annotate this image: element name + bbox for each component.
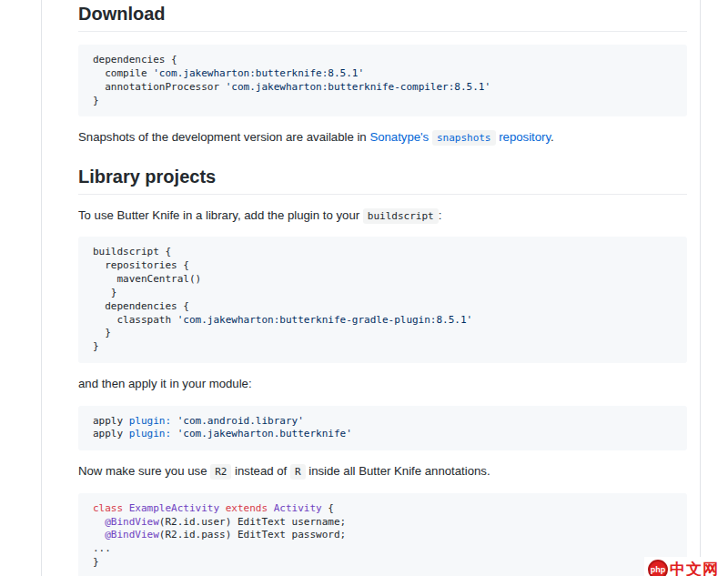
code-line: dependencies { bbox=[93, 54, 672, 67]
code-line: } bbox=[93, 340, 672, 354]
code-line: } bbox=[93, 287, 672, 300]
code-token: } bbox=[93, 340, 99, 352]
inline-code-r: R bbox=[290, 464, 306, 480]
code-block-apply-plugin: apply plugin: 'com.android.library'apply… bbox=[78, 406, 687, 451]
code-line: annotationProcessor 'com.jakewharton:but… bbox=[93, 81, 672, 95]
code-token: classpath bbox=[93, 314, 177, 326]
code-line: compile 'com.jakewharton:butterknife:8.5… bbox=[93, 67, 672, 81]
code-line: } bbox=[93, 95, 672, 108]
code-token: (R2.id.user) EditText username; bbox=[159, 516, 346, 528]
code-token: extends bbox=[219, 502, 274, 514]
code-line: mavenCentral() bbox=[93, 273, 672, 287]
text-segment: : bbox=[439, 208, 442, 222]
code-token: } bbox=[93, 95, 99, 106]
code-line: classpath 'com.jakewharton:butterknife-g… bbox=[93, 314, 672, 328]
code-token: ... bbox=[93, 542, 111, 554]
code-token: mavenCentral() bbox=[93, 273, 201, 285]
code-line: buildscript { bbox=[93, 246, 672, 259]
code-token: ExampleActivity bbox=[129, 502, 219, 514]
inline-code-snapshots[interactable]: snapshots bbox=[432, 130, 496, 146]
code-token bbox=[93, 516, 105, 528]
php-cn-watermark-text: 中文网 bbox=[670, 559, 719, 576]
code-token: @BindView bbox=[105, 529, 159, 541]
code-line: dependencies { bbox=[93, 300, 672, 314]
code-token bbox=[171, 428, 177, 440]
code-token: 'com.android.library' bbox=[177, 415, 304, 427]
paragraph-snapshots: Snapshots of the development version are… bbox=[78, 129, 687, 146]
code-line: @BindView(R2.id.pass) EditText password; bbox=[93, 529, 672, 542]
code-token: dependencies { bbox=[93, 54, 177, 66]
link-snapshots-code[interactable]: snapshots bbox=[432, 130, 496, 144]
code-token bbox=[93, 529, 105, 541]
code-token: 'com.jakewharton:butterknife-compiler:8.… bbox=[226, 81, 490, 93]
code-line: repositories { bbox=[93, 259, 672, 273]
code-token: } bbox=[93, 556, 99, 568]
code-token: buildscript { bbox=[93, 246, 171, 258]
php-cn-logo-icon: php bbox=[648, 560, 668, 576]
section-heading-download: Download bbox=[78, 2, 687, 32]
code-token: plugin: bbox=[129, 415, 171, 427]
code-token: 'com.jakewharton.butterknife' bbox=[177, 428, 352, 440]
code-line: @BindView(R2.id.user) EditText username; bbox=[93, 516, 672, 530]
text-segment: Snapshots of the development version are… bbox=[78, 130, 369, 144]
code-block-example-activity: class ExampleActivity extends Activity {… bbox=[78, 493, 687, 576]
code-token: dependencies { bbox=[93, 300, 189, 312]
code-token: plugin: bbox=[129, 428, 171, 440]
link-repository[interactable]: repository bbox=[499, 130, 551, 144]
code-line: class ExampleActivity extends Activity { bbox=[93, 502, 672, 516]
code-line: apply plugin: 'com.android.library' bbox=[93, 415, 672, 429]
code-line: } bbox=[93, 327, 672, 340]
code-token: Activity bbox=[274, 502, 322, 514]
code-token bbox=[171, 415, 177, 427]
code-token: @BindView bbox=[105, 516, 159, 528]
code-token: } bbox=[93, 327, 111, 339]
readme-container: Download dependencies { compile 'com.jak… bbox=[41, 0, 701, 576]
code-token: 'com.jakewharton:butterknife:8.5.1' bbox=[153, 67, 364, 79]
code-token: { bbox=[322, 502, 334, 514]
code-line: } bbox=[93, 556, 672, 570]
link-sonatype[interactable]: Sonatype's bbox=[369, 130, 429, 144]
code-line: apply plugin: 'com.jakewharton.butterkni… bbox=[93, 428, 672, 441]
section-heading-library-projects: Library projects bbox=[78, 165, 687, 195]
text-segment: instead of bbox=[231, 464, 290, 478]
code-block-buildscript: buildscript { repositories { mavenCentra… bbox=[78, 237, 687, 363]
code-token: compile bbox=[93, 67, 153, 79]
text-segment: To use Butter Knife in a library, add th… bbox=[78, 208, 363, 222]
code-token: class bbox=[93, 502, 129, 514]
code-token: } bbox=[93, 287, 117, 298]
paragraph-apply-module: and then apply it in your module: bbox=[78, 376, 687, 392]
inline-code-r2: R2 bbox=[210, 464, 231, 480]
text-segment: . bbox=[551, 130, 554, 144]
code-token: (R2.id.pass) EditText password; bbox=[159, 529, 346, 541]
code-token: 'com.jakewharton:butterknife-gradle-plug… bbox=[177, 314, 473, 326]
code-token: apply bbox=[93, 428, 129, 440]
text-segment: Now make sure you use bbox=[78, 464, 210, 478]
code-token: repositories { bbox=[93, 259, 189, 271]
code-token: apply bbox=[93, 415, 129, 427]
text-segment: inside all Butter Knife annotations. bbox=[306, 464, 490, 478]
inline-code-buildscript: buildscript bbox=[363, 208, 439, 224]
paragraph-r2-note: Now make sure you use R2 instead of R in… bbox=[78, 463, 687, 480]
code-line: ... bbox=[93, 542, 672, 556]
paragraph-library-intro: To use Butter Knife in a library, add th… bbox=[78, 207, 687, 224]
code-block-dependencies: dependencies { compile 'com.jakewharton:… bbox=[78, 45, 687, 116]
code-token: annotationProcessor bbox=[93, 81, 226, 93]
php-cn-watermark: php 中文网 bbox=[644, 557, 723, 576]
